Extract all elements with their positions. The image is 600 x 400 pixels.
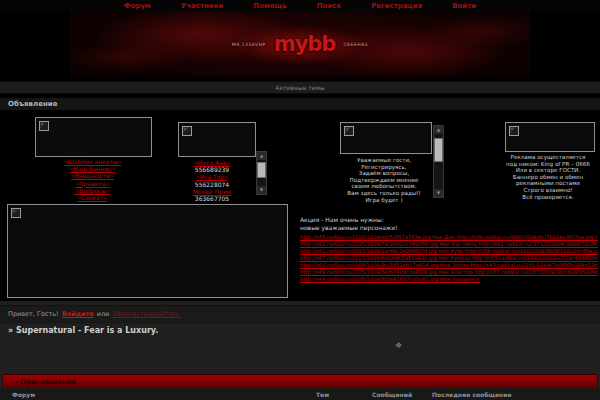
character-url-link[interactable]: http://s52.radikal.ru/i135/1009/7e/2a91c…: [300, 241, 598, 248]
banner-content: MR.1336VHP mybb CREEHAS: [70, 11, 530, 77]
broken-image-icon: [182, 126, 192, 136]
broken-image-icon: [11, 208, 21, 218]
col3-line: Задаём вопросы,: [334, 170, 434, 177]
active-topics-label[interactable]: Активные темы: [275, 84, 324, 91]
col2-number: 363667705: [170, 195, 254, 202]
active-topics-bar: Активные темы: [0, 81, 600, 94]
col1-link[interactable]: «Вопросы»: [32, 187, 153, 194]
col3-line: своим любопытством.: [334, 183, 434, 190]
login-link[interactable]: Войдите: [62, 310, 94, 318]
action-line-2: новые уважаемые персонажи!: [300, 224, 398, 231]
announcement-image-2: [178, 122, 256, 157]
mybb-logo[interactable]: mybb: [274, 32, 336, 56]
col4-line: Всё проверяется.: [496, 194, 600, 201]
col2-scrollbar[interactable]: ▲ ▼: [256, 151, 267, 195]
col2-number: 556689239: [170, 166, 254, 173]
banner-right-text: CREEHAS: [343, 42, 368, 47]
col1-link[interactable]: «Внешности»: [32, 172, 153, 179]
banner-left-text: MR.1336VHP: [232, 42, 266, 47]
col3-line: Подтверждаем мнение: [334, 177, 434, 184]
guest-bar: Привет, Гость! Войдите или Зарегистрируй…: [0, 305, 600, 323]
col4-line: Реклама осуществляется: [496, 154, 600, 161]
scroll-up-icon[interactable]: ▲: [434, 126, 443, 134]
col1-link[interactable]: «Правила»: [32, 180, 153, 187]
announcement-links-col1: «Шаблон анкеты» «Наш баннер» «Внешности»…: [32, 158, 153, 201]
nav-forum[interactable]: Форум: [124, 2, 151, 10]
header-banner: MR.1336VHP mybb CREEHAS: [70, 11, 530, 77]
character-url-link[interactable]: http://s49.radikal.ru/i125/1009/5e/b7409…: [300, 269, 598, 276]
board-title: » Supernatural - Fear is a Luxury.: [8, 326, 158, 335]
action-line-1: Акция - Нам очень нужны:: [300, 216, 384, 223]
category-bar[interactable]: › Приглашение: [2, 374, 598, 389]
col2-link[interactable]: «Иса Тор»: [170, 173, 254, 180]
board-section: Привет, Гость! Войдите или Зарегистрируй…: [0, 301, 600, 400]
column-forum: Форум: [12, 391, 35, 398]
col4-line: Баннеро обмен и обмен: [496, 174, 600, 181]
character-url-link[interactable]: http://s47.radikal.ru/i117/1009/6d/0b83f…: [300, 255, 598, 262]
nav-help[interactable]: Помощь: [253, 2, 286, 10]
col1-link[interactable]: «Наш баннер»: [32, 165, 153, 172]
col4-line: Или в секторе ГОСТИ.: [496, 167, 600, 174]
register-link[interactable]: Зарегистрируйтесь.: [112, 310, 181, 318]
scrollbar-thumb[interactable]: [434, 138, 443, 162]
nav-members[interactable]: Участники: [181, 2, 224, 10]
announcement-title: Объявление: [8, 100, 57, 108]
character-url-link[interactable]: http://s41.radikal.ru/i093/1009/1a/44c2e…: [300, 248, 598, 255]
character-url-link[interactable]: http://s44.radikal.ru/i105/1009/8d/e92b5…: [300, 276, 480, 283]
column-topics: Тем: [316, 391, 329, 398]
col2-link[interactable]: Мокей Прим: [170, 188, 254, 195]
announcement-links-col2: «Мега Анк» 556689239 «Иса Тор» 556228074…: [170, 159, 254, 202]
nav-search[interactable]: Поиск: [317, 2, 341, 10]
collapse-icon[interactable]: ❖: [395, 341, 402, 350]
col1-link[interactable]: «Шаблон анкеты»: [32, 158, 153, 165]
broken-image-icon: [509, 126, 519, 136]
scrollbar-thumb[interactable]: [257, 162, 266, 178]
broken-image-icon: [39, 121, 49, 131]
column-posts: Сообщений: [372, 391, 412, 398]
col4-line: рекламными постами: [496, 180, 600, 187]
col2-link[interactable]: «Мега Анк»: [170, 159, 254, 166]
broken-image-icon: [344, 126, 354, 136]
forum-page: Форум Участники Помощь Поиск Регистрация…: [0, 0, 600, 400]
column-last-post: Последнее сообщение: [432, 391, 512, 398]
announcement-image-1: [35, 117, 152, 157]
col3-line: Регистрируясь,: [334, 164, 434, 171]
announcement-large-image: [7, 204, 288, 298]
nav-login[interactable]: Войти: [452, 2, 476, 10]
col3-line: Вам здесь только рады!!: [334, 190, 434, 197]
forum-table-header: Форум Тем Сообщений Последнее сообщение: [0, 388, 600, 400]
guest-greeting: Привет, Гость!: [8, 310, 59, 318]
scroll-down-icon[interactable]: ▼: [434, 189, 443, 197]
announcement-image-3: [340, 122, 432, 154]
col3-scrollbar[interactable]: ▲ ▼: [433, 125, 444, 198]
col3-line: Игра будет ): [334, 197, 434, 204]
announcement-image-4: [505, 122, 595, 152]
col4-line: под ником: King of PR – 0666: [496, 161, 600, 168]
scroll-down-icon[interactable]: ▼: [257, 186, 266, 194]
announcement-header: Объявление: [0, 98, 600, 110]
col1-link[interactable]: «Сюжет»: [32, 194, 153, 201]
character-url-link[interactable]: http://s45.radikal.ru/i110/1009/9d/53f57…: [300, 234, 598, 241]
character-url-link[interactable]: http://s60.radikal.ru/i168/1009/9c/3d52e…: [300, 262, 598, 269]
nav-register[interactable]: Регистрация: [371, 2, 422, 10]
col4-line: Строго взаимно!: [496, 187, 600, 194]
scroll-up-icon[interactable]: ▲: [257, 152, 266, 160]
or-text: или: [97, 310, 110, 318]
col2-number: 556228074: [170, 181, 254, 188]
top-navbar: Форум Участники Помощь Поиск Регистрация…: [0, 0, 600, 11]
col3-line: Уважаемые гости,: [334, 157, 434, 164]
category-label[interactable]: › Приглашение: [15, 378, 76, 386]
announcement-text-col4: Реклама осуществляется под ником: King o…: [496, 154, 600, 200]
announcement-text-col3: Уважаемые гости, Регистрируясь, Задаём в…: [334, 157, 434, 203]
